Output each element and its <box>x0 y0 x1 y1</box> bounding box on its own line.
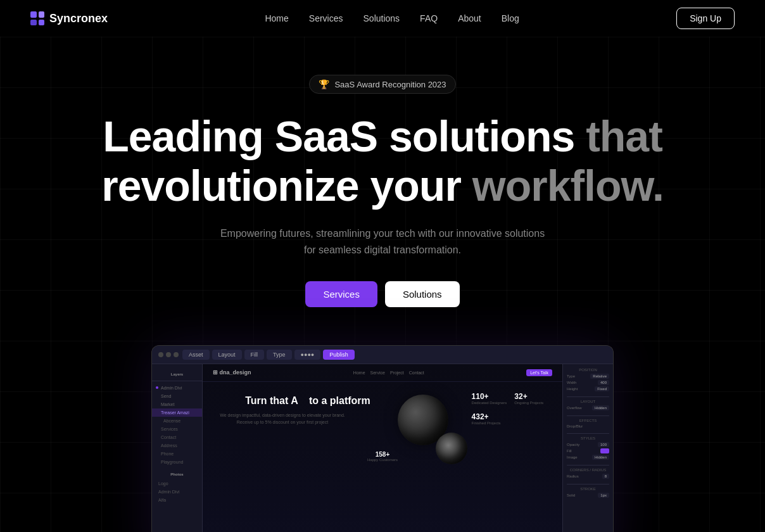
nav-about[interactable]: About <box>458 13 481 23</box>
award-text: SaaS Award Recognition 2023 <box>334 80 446 89</box>
properties-styles: Styles Opacity 100 Fill Image Hidden <box>567 436 609 460</box>
layer-item[interactable]: Contact <box>152 433 202 441</box>
solutions-button[interactable]: Solutions <box>385 281 460 307</box>
toolbar-tab-layout[interactable]: Layout <box>212 350 242 360</box>
panel-divider-3 <box>567 433 609 434</box>
layer-item[interactable]: Address <box>152 441 202 450</box>
sphere-inner <box>436 433 467 464</box>
hero-subtitle: Empowering futures, streamlining your te… <box>218 225 547 258</box>
hero-heading-line2: revolutionize your workflow. <box>13 161 752 210</box>
toolbar-dot-3 <box>174 352 179 357</box>
brand-logo[interactable]: Syncronex <box>30 11 108 25</box>
nav-services[interactable]: Services <box>309 13 343 23</box>
award-icon: 🏆 <box>319 79 329 89</box>
hero-content: 🏆 SaaS Award Recognition 2023 Leading Sa… <box>13 75 752 307</box>
mockup-body: Layers Admin Divi Send Market Treaser Am… <box>152 364 613 532</box>
mockup-canvas: ⊞ dna_design Home Service Project Contac… <box>203 364 562 532</box>
inner-stats: 110+ Dedicated Designers 32+ Ongoing Pro… <box>472 392 550 425</box>
layer-item[interactable]: Playground <box>152 458 202 466</box>
nav-solutions[interactable]: Solutions <box>364 13 400 23</box>
hero-heading: Leading SaaS solutions that revolutioniz… <box>13 111 752 210</box>
heading-workflow: workflow. <box>472 162 664 210</box>
toolbar-tabs: Asset Layout Fill Type ●●●● Publish <box>182 350 607 360</box>
inner-hero-title: Turn that A to a platform <box>213 395 403 408</box>
properties-position: Position Type Relative Width 400 Height … <box>567 368 609 391</box>
navbar: Syncronex Home Services Solutions FAQ Ab… <box>0 0 765 37</box>
layer-item[interactable]: Alfa <box>152 496 202 504</box>
toolbar-dot-1 <box>158 352 163 357</box>
inner-website: ⊞ dna_design Home Service Project Contac… <box>203 364 562 532</box>
heading-your: your <box>370 162 472 210</box>
toolbar-dot-2 <box>166 352 171 357</box>
screen-container: Asset Layout Fill Type ●●●● Publish Laye… <box>151 345 614 532</box>
panel-divider-4 <box>567 465 609 466</box>
layer-item[interactable]: Market <box>152 400 202 408</box>
hero-section: 🏆 SaaS Award Recognition 2023 Leading Sa… <box>0 37 765 532</box>
layer-item[interactable]: Admin Divi <box>152 488 202 496</box>
brand-name: Syncronex <box>49 12 108 25</box>
heading-solutions: solutions <box>389 112 586 160</box>
services-button[interactable]: Services <box>305 281 377 307</box>
inner-hero-sub: We design impactful, data-driven designs… <box>213 412 352 426</box>
nav-blog[interactable]: Blog <box>502 13 519 23</box>
inner-hero: Turn that A to a platform We design impa… <box>203 382 562 475</box>
panel-divider-5 <box>567 484 609 484</box>
award-badge: 🏆 SaaS Award Recognition 2023 <box>309 75 455 94</box>
properties-effects: Effects Drop/Blur <box>567 419 609 428</box>
nav-faq[interactable]: FAQ <box>420 13 438 23</box>
inner-logo: ⊞ dna_design <box>213 369 251 376</box>
toolbar-dots <box>158 352 179 357</box>
hero-heading-line1: Leading SaaS solutions that <box>13 111 752 161</box>
layer-item[interactable]: Phone <box>152 450 202 458</box>
properties-corners: Corners / Radius Radius 8 <box>567 468 609 479</box>
mockup-layers-panel: Layers Admin Divi Send Market Treaser Am… <box>152 364 203 532</box>
stat-432: 432+ Finished Projects <box>472 412 507 425</box>
mockup-properties-panel: Position Type Relative Width 400 Height … <box>562 364 613 532</box>
toolbar-tab-publish[interactable]: Publish <box>323 350 355 360</box>
properties-layout: Layout Overflow Hidden <box>567 400 609 410</box>
cta-buttons: Services Solutions <box>13 281 752 307</box>
toolbar-tab-asset[interactable]: Asset <box>182 350 210 360</box>
inner-nav: ⊞ dna_design Home Service Project Contac… <box>203 364 562 382</box>
layer-item[interactable]: Abcense <box>152 417 202 425</box>
properties-stroke: Stroke Solid 1px <box>567 487 609 498</box>
screen-mockup: Asset Layout Fill Type ●●●● Publish Laye… <box>151 345 614 532</box>
toolbar-tab-freehand[interactable]: ●●●● <box>294 350 321 360</box>
sphere-decoration <box>398 395 461 458</box>
layer-item[interactable]: Logo <box>152 479 202 488</box>
layer-item[interactable]: Send <box>152 392 202 400</box>
inner-cta: Let's Talk <box>526 369 552 376</box>
toolbar-tab-fill[interactable]: Fill <box>244 350 265 360</box>
inner-nav-links: Home Service Project Contact <box>353 370 424 375</box>
toolbar-tab-type[interactable]: Type <box>267 350 292 360</box>
heading-revolutionize: revolutionize <box>101 162 358 210</box>
layer-item[interactable]: Services <box>152 425 202 433</box>
panel-divider <box>567 396 609 397</box>
heading-that: that <box>586 112 662 160</box>
signup-button[interactable]: Sign Up <box>676 8 735 29</box>
nav-links: Home Services Solutions FAQ About Blog <box>265 13 519 24</box>
layer-dot <box>156 386 158 389</box>
layer-item-active[interactable]: Treaser Amazi <box>152 408 202 417</box>
heading-leading: Leading SaaS <box>103 112 377 160</box>
stat-32: 32+ Ongoing Projects <box>514 392 550 405</box>
stat-110: 110+ Dedicated Designers <box>472 392 507 405</box>
logo-icon <box>30 11 44 25</box>
mockup-toolbar: Asset Layout Fill Type ●●●● Publish <box>152 346 613 364</box>
nav-home[interactable]: Home <box>265 13 288 23</box>
panel-divider-2 <box>567 415 609 416</box>
inner-stat-happy: 158+ Happy Customers <box>213 451 552 462</box>
layer-item[interactable]: Admin Divi <box>152 384 202 392</box>
